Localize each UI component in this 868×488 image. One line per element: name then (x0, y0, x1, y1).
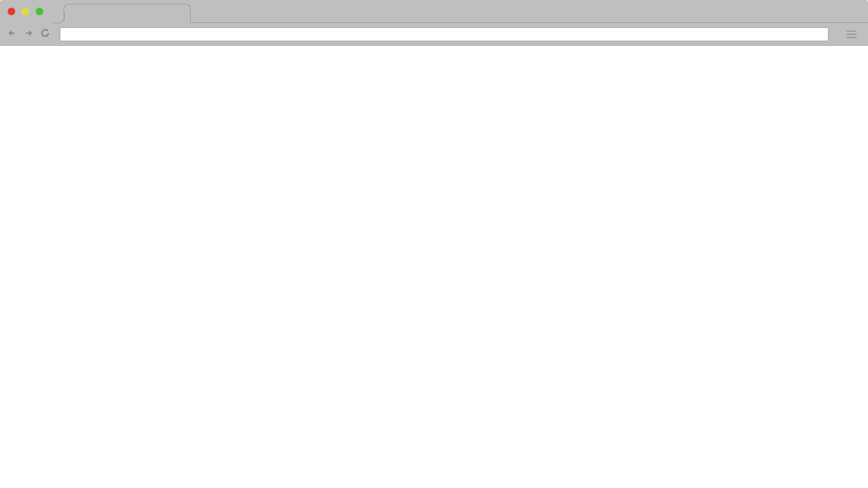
hamburger-icon (846, 30, 859, 38)
menu-button[interactable] (846, 28, 859, 41)
page-content (0, 46, 868, 488)
window-maximize-button[interactable] (36, 8, 43, 15)
reload-icon (40, 28, 50, 41)
reload-button[interactable] (39, 29, 51, 40)
window-controls (8, 8, 43, 15)
back-button[interactable] (6, 29, 18, 40)
title-bar (0, 0, 868, 23)
window-close-button[interactable] (8, 8, 15, 15)
forward-button[interactable] (23, 29, 34, 40)
toolbar (0, 23, 868, 46)
browser-tab[interactable] (64, 4, 191, 23)
tab-strip-border (191, 22, 868, 23)
address-bar[interactable] (60, 27, 829, 41)
browser-chrome (0, 0, 868, 46)
arrow-right-icon (24, 29, 33, 40)
arrow-left-icon (8, 29, 17, 40)
window-minimize-button[interactable] (22, 8, 29, 15)
